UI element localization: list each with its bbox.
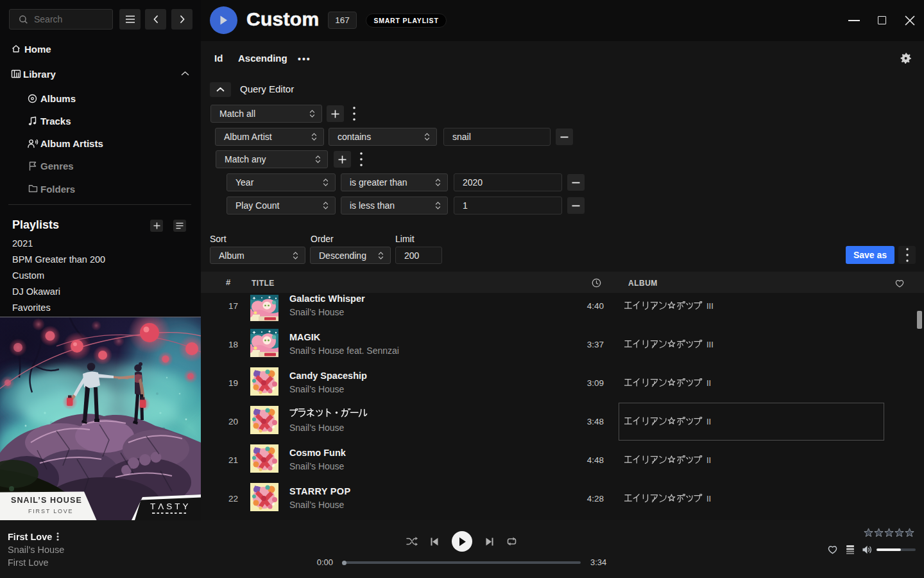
svg-text:TΛSTY: TΛSTY <box>150 502 191 511</box>
svg-text:FIRST LOVE: FIRST LOVE <box>28 508 73 514</box>
svg-text:SNAIL’S HOUSE: SNAIL’S HOUSE <box>11 496 82 505</box>
